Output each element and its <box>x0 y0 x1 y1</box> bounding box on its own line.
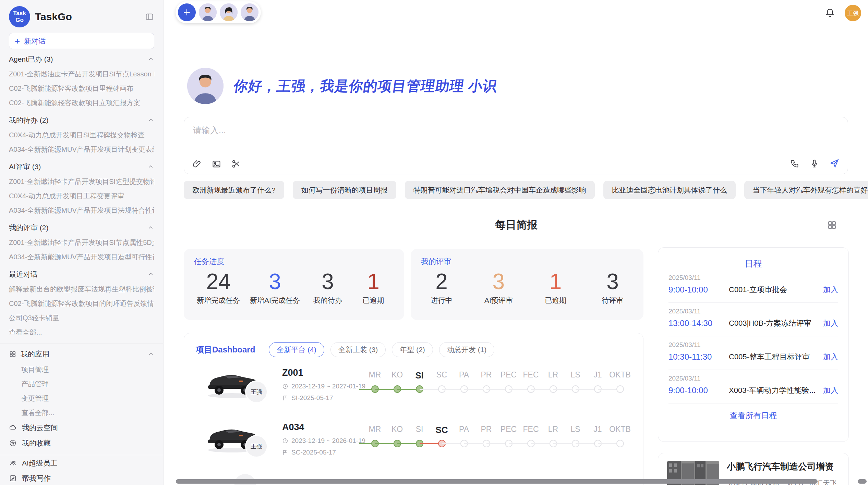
sidebar-collapse-icon[interactable] <box>145 12 154 22</box>
join-link[interactable]: 加入 <box>823 285 838 295</box>
sidebar-item[interactable]: 公司Q3轻卡销量 <box>9 311 154 325</box>
agent-avatar[interactable] <box>199 3 217 21</box>
user-avatar[interactable]: 王强 <box>845 5 861 21</box>
sidebar-item[interactable]: 查看全部... <box>9 406 154 420</box>
new-chat-button[interactable]: + 新对话 <box>9 33 154 49</box>
add-agent-button[interactable] <box>178 3 196 21</box>
app-title: TaskGo <box>35 11 140 23</box>
stat-value: 24 <box>206 268 230 296</box>
sidebar-item-badge-star[interactable]: 我的收藏 <box>9 435 154 451</box>
event-time: 9:00-10:00 <box>668 386 729 395</box>
milestone-label: FEC <box>520 370 542 381</box>
sidebar-item[interactable]: C0X4-动力总成开发项目SI里程碑提交物检查 <box>9 128 154 142</box>
scissors-icon[interactable] <box>231 159 241 169</box>
input-placeholder: 请输入... <box>193 125 226 136</box>
event-name: C001-立项审批会 <box>729 285 823 295</box>
sidebar-item[interactable]: A034-全新新能源MUV产品开发项目计划变更表编写 <box>9 142 154 157</box>
join-link[interactable]: 加入 <box>823 352 838 362</box>
sidebar-item[interactable]: C02-飞腾新能源轻客改款项目的闭环通告反馈情况 <box>9 296 154 311</box>
suggestion-chip[interactable]: 当下年轻人对汽车外观有怎样的喜好趋势 <box>744 181 868 199</box>
card-title: 任务进度 <box>194 257 394 267</box>
schedule-event: 2025/03/11 13:00-14:30 C003|H0B-方案冻结评审 加… <box>668 303 838 336</box>
sidebar-item[interactable]: Z001-全新燃油轻卡产品开发项目SI造型提交物评审 <box>9 174 154 189</box>
milestone-label: PA <box>453 370 475 381</box>
suggestion-chip[interactable]: 比亚迪全固态电池计划具体说了什么 <box>603 181 736 199</box>
sidebar-item[interactable]: Z001-全新燃油轻卡产品开发项目SI节点属性5D文件评审 <box>9 235 154 250</box>
sidebar-section-header[interactable]: 我的待办 (2) <box>9 113 154 128</box>
scrollbar-corner[interactable] <box>858 479 867 484</box>
suggestion-chip[interactable]: 欧洲新规最近颁布了什么? <box>184 181 284 199</box>
suggestion-chip[interactable]: 如何写一份清晰的项目周报 <box>293 181 396 199</box>
chat-input[interactable]: 请输入... <box>184 117 848 174</box>
sidebar-item[interactable]: A034-全新新能源MUV产品开发项目法规符合性评审 <box>9 203 154 217</box>
sidebar-item-write[interactable]: 帮我写作 <box>9 471 154 485</box>
event-name: X003-车辆动力学性能验... <box>729 385 823 396</box>
sidebar-item[interactable]: 解释最新出台的欧盟报废车法规再生塑料比例被调至15%... <box>9 282 154 296</box>
sidebar-section-header[interactable]: 最近对话 <box>9 267 154 282</box>
stat: 3 AI预评审 <box>481 268 516 305</box>
logo-line2: Go <box>15 17 24 24</box>
sidebar-item[interactable]: 项目管理 <box>9 362 154 377</box>
dashboard-tab[interactable]: 动总开发 (1) <box>439 342 495 357</box>
milestone-label: PEC <box>497 370 520 381</box>
chevron-up-icon <box>147 117 154 124</box>
sidebar-section-header[interactable]: AI评审 (3) <box>9 159 154 174</box>
sidebar-item[interactable]: 产品管理 <box>9 377 154 391</box>
stat: 3 新增AI完成任务 <box>250 268 300 305</box>
my-apps-label: 我的应用 <box>21 349 49 359</box>
agent-avatar[interactable] <box>241 3 258 21</box>
milestone-label: J1 <box>587 425 609 435</box>
app-logo: Task Go <box>9 6 30 27</box>
sidebar-item-people[interactable]: AI超级员工 <box>9 455 154 471</box>
sidebar-item[interactable]: 查看全部... <box>9 325 154 339</box>
milestone-label: SC <box>431 370 453 381</box>
project-row: 王强 Z001 2023-12-19 ~ 2027-01-19 SI-2025-… <box>184 361 643 415</box>
view-all-schedule-link[interactable]: 查看所有日程 <box>668 410 838 421</box>
attachment-icon[interactable] <box>192 159 202 169</box>
greeting-block: 你好，王强，我是你的项目管理助理 小识 <box>187 68 497 104</box>
chevron-up-icon <box>147 56 154 63</box>
microphone-icon[interactable] <box>810 159 819 168</box>
section-label: 最近对话 <box>9 270 38 279</box>
sidebar-item[interactable]: C02-飞腾新能源轻客改款项目里程碑画布 <box>9 81 154 96</box>
sidebar-section: 我的待办 (2) C0X4-动力总成开发项目SI里程碑提交物检查A034-全新新… <box>9 113 154 157</box>
milestone-node <box>616 385 624 393</box>
sidebar-item-my-apps[interactable]: 我的应用 <box>9 346 154 362</box>
sidebar-section-header[interactable]: 我的评审 (2) <box>9 220 154 235</box>
milestone-label: PR <box>475 370 497 381</box>
join-link[interactable]: 加入 <box>823 318 838 328</box>
sidebar-item-cloud[interactable]: 我的云空间 <box>9 420 154 435</box>
layout-grid-icon[interactable] <box>827 220 837 230</box>
flag-icon <box>282 449 288 456</box>
agent-avatar[interactable] <box>220 3 238 21</box>
dashboard-tab[interactable]: 年型 (2) <box>392 342 433 357</box>
sidebar-section: 我的评审 (2) Z001-全新燃油轻卡产品开发项目SI节点属性5D文件评审A0… <box>9 220 154 264</box>
write-icon <box>9 474 17 482</box>
horizontal-scrollbar[interactable] <box>176 479 818 484</box>
phone-icon[interactable] <box>790 159 799 168</box>
stat-label: 待评审 <box>602 296 623 305</box>
chevron-up-icon <box>147 224 154 231</box>
milestone-track: MRKOSISCPAPRPECFECLRLSJ1OKTB <box>364 415 633 470</box>
suggestion-chip[interactable]: 特朗普可能对进口汽车增税会对中国车企造成哪些影响 <box>405 181 595 199</box>
sidebar-section-header[interactable]: Agent已办 (3) <box>9 52 154 67</box>
sidebar-item[interactable]: C02-飞腾新能源轻客改款项目立项汇报方案 <box>9 96 154 110</box>
dashboard-tab[interactable]: 全新平台 (4) <box>269 342 324 357</box>
sidebar-item[interactable]: Z001-全新燃油皮卡产品开发项目SI节点Lesson Learn报告 <box>9 67 154 81</box>
milestone-label: J1 <box>587 370 609 381</box>
dashboard-tab[interactable]: 全新上装 (3) <box>330 342 386 357</box>
milestone-label: FEC <box>520 425 542 435</box>
section-label: Agent已办 (3) <box>9 54 53 64</box>
daily-briefing-title: 每日简报 <box>184 218 849 232</box>
stat-label: 已逾期 <box>545 296 566 305</box>
image-icon[interactable] <box>212 159 221 169</box>
send-icon[interactable] <box>829 158 840 169</box>
sidebar: Task Go TaskGo + 新对话 Agent已办 (3) Z001-全新… <box>0 0 164 485</box>
sidebar-item[interactable]: 变更管理 <box>9 391 154 406</box>
sidebar-item[interactable]: A034-全新新能源MUV产品开发项目造型可行性评审 <box>9 250 154 264</box>
join-link[interactable]: 加入 <box>823 385 838 396</box>
divider <box>0 344 163 344</box>
notifications-bell-icon[interactable] <box>825 8 835 18</box>
sidebar-item[interactable]: C0X4-动力总成开发项目工程变更评审 <box>9 189 154 203</box>
milestone-label: SC <box>431 425 453 435</box>
